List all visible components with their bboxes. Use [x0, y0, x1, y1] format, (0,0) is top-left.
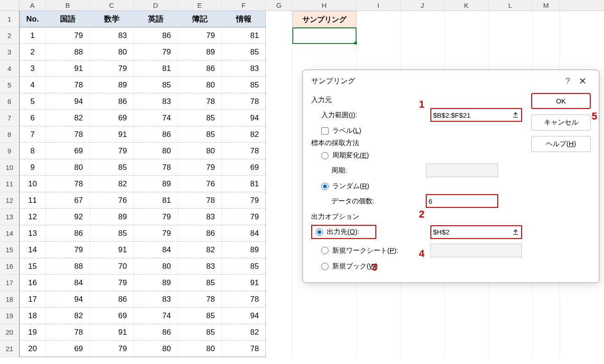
cell[interactable]: 2: [19, 44, 46, 60]
cell[interactable]: [401, 27, 445, 44]
row-header[interactable]: 16: [0, 258, 19, 275]
cell[interactable]: 79: [134, 225, 178, 242]
cell[interactable]: 86: [178, 225, 222, 242]
cell[interactable]: 78: [222, 341, 266, 357]
new-sheet-radio[interactable]: [321, 247, 329, 254]
cell[interactable]: 82: [222, 126, 266, 143]
cancel-button[interactable]: キャンセル: [531, 114, 591, 130]
cell[interactable]: 69: [46, 341, 90, 357]
col-header-H[interactable]: H: [292, 0, 357, 11]
cell[interactable]: 84: [134, 242, 178, 258]
cell[interactable]: 1: [19, 27, 46, 44]
cell[interactable]: 80: [178, 143, 222, 159]
cell[interactable]: 89: [90, 209, 134, 225]
cell[interactable]: 80: [178, 341, 222, 357]
cell[interactable]: 69: [46, 143, 90, 159]
cell[interactable]: 85: [134, 77, 178, 93]
cell[interactable]: [266, 159, 292, 176]
cell[interactable]: 78: [46, 176, 90, 192]
cell[interactable]: [266, 291, 292, 308]
cell[interactable]: 国語: [46, 11, 90, 27]
cell[interactable]: 89: [222, 242, 266, 258]
cell[interactable]: 79: [90, 60, 134, 77]
cell[interactable]: 82: [46, 308, 90, 324]
cell[interactable]: 79: [46, 242, 90, 258]
cell[interactable]: 78: [222, 143, 266, 159]
cell[interactable]: 85: [222, 44, 266, 60]
cell[interactable]: 92: [46, 209, 90, 225]
cell[interactable]: [266, 209, 292, 225]
row-header[interactable]: 14: [0, 225, 19, 242]
select-all-corner[interactable]: [0, 0, 19, 11]
cell[interactable]: 14: [19, 242, 46, 258]
row-header[interactable]: 18: [0, 291, 19, 308]
count-field[interactable]: [426, 194, 498, 208]
cell[interactable]: 78: [178, 192, 222, 209]
cell[interactable]: 数学: [90, 11, 134, 27]
cell[interactable]: サンプリング: [292, 11, 357, 27]
col-header-A[interactable]: A: [19, 0, 46, 11]
cell[interactable]: 91: [90, 242, 134, 258]
cell[interactable]: 86: [134, 27, 178, 44]
row-header[interactable]: 19: [0, 308, 19, 324]
help-icon[interactable]: ?: [562, 76, 573, 86]
cell[interactable]: 94: [46, 93, 90, 110]
cell[interactable]: 85: [178, 126, 222, 143]
periodic-radio-row[interactable]: 周期変化(E): [311, 151, 522, 160]
cell[interactable]: [401, 291, 445, 308]
cell[interactable]: [489, 44, 533, 60]
cell[interactable]: 79: [222, 209, 266, 225]
cell[interactable]: [489, 27, 533, 44]
cell[interactable]: 78: [222, 291, 266, 308]
cell[interactable]: 94: [222, 110, 266, 126]
ok-button[interactable]: OK: [531, 93, 591, 109]
cell[interactable]: 78: [46, 324, 90, 341]
cell[interactable]: 94: [222, 308, 266, 324]
cell[interactable]: 76: [178, 176, 222, 192]
cell[interactable]: [533, 27, 560, 44]
row-header[interactable]: 1: [0, 11, 19, 27]
cell[interactable]: [445, 324, 489, 341]
cell[interactable]: [266, 11, 292, 27]
cell[interactable]: 82: [90, 176, 134, 192]
cell[interactable]: [266, 143, 292, 159]
cell[interactable]: [266, 192, 292, 209]
cell[interactable]: [533, 308, 560, 324]
col-header-F[interactable]: F: [222, 0, 266, 11]
col-header-M[interactable]: M: [533, 0, 560, 11]
cell[interactable]: 80: [134, 143, 178, 159]
cell[interactable]: 82: [178, 242, 222, 258]
cell[interactable]: 81: [134, 192, 178, 209]
row-header[interactable]: 21: [0, 341, 19, 357]
cell[interactable]: 12: [19, 209, 46, 225]
labels-checkbox[interactable]: [321, 127, 329, 135]
active-cell[interactable]: [292, 27, 357, 44]
cell[interactable]: 78: [46, 77, 90, 93]
cell[interactable]: [533, 324, 560, 341]
cell[interactable]: [266, 60, 292, 77]
cell[interactable]: [533, 341, 560, 357]
output-range-field[interactable]: [430, 225, 522, 239]
output-range-radio-row[interactable]: 出力先(O):: [311, 225, 376, 239]
cell[interactable]: 80: [134, 258, 178, 275]
labels-checkbox-row[interactable]: ラベル(L): [311, 126, 522, 135]
cell[interactable]: 86: [90, 291, 134, 308]
new-sheet-radio-row[interactable]: 新規ワークシート(P):: [311, 246, 412, 255]
cell[interactable]: 91: [222, 275, 266, 291]
cell[interactable]: [266, 126, 292, 143]
cell[interactable]: 80: [90, 44, 134, 60]
cell[interactable]: 83: [178, 209, 222, 225]
cell[interactable]: [445, 308, 489, 324]
cell[interactable]: 83: [134, 291, 178, 308]
help-button[interactable]: ヘルプ(H): [531, 136, 591, 152]
cell[interactable]: 78: [46, 126, 90, 143]
collapse-range-icon[interactable]: [512, 228, 519, 236]
row-header[interactable]: 2: [0, 27, 19, 44]
cell[interactable]: [489, 308, 533, 324]
cell[interactable]: [266, 110, 292, 126]
cell[interactable]: [292, 324, 357, 341]
cell[interactable]: [533, 11, 560, 27]
cell[interactable]: [401, 11, 445, 27]
row-header[interactable]: 3: [0, 44, 19, 60]
cell[interactable]: 5: [19, 93, 46, 110]
